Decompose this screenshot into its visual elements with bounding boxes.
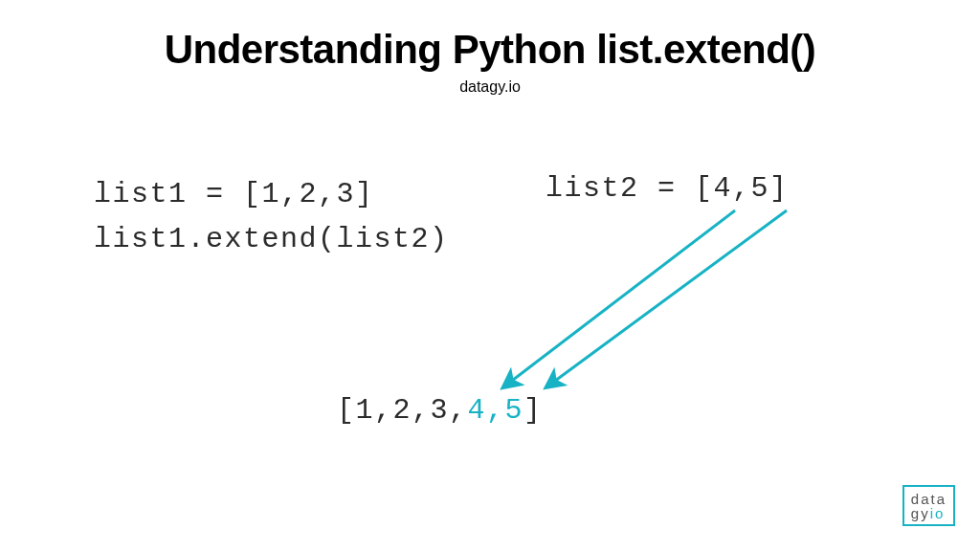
page-subtitle: datagy.io <box>0 78 980 96</box>
result-prefix: [1,2,3, <box>337 394 468 427</box>
result-suffix: ] <box>523 394 543 427</box>
arrow-2 <box>547 210 787 386</box>
code-block-left: list1 = [1,2,3] list1.extend(list2) <box>94 172 449 261</box>
page-title: Understanding Python list.extend() <box>0 27 980 73</box>
code-line-1: list1 = [1,2,3] <box>94 172 449 217</box>
code-line-3: list1.extend(list2) <box>94 217 449 262</box>
logo-gy: gy <box>911 505 930 521</box>
logo-box: data gyio <box>902 485 955 526</box>
logo-io: io <box>930 505 946 521</box>
result-highlighted: 4,5 <box>468 394 524 427</box>
result-list: [1,2,3,4,5] <box>337 394 543 427</box>
logo-row-1: data <box>911 492 947 506</box>
arrow-1 <box>504 210 735 386</box>
logo-row-2: gyio <box>911 506 947 520</box>
code-line-2: list2 = [4,5] <box>546 172 789 205</box>
